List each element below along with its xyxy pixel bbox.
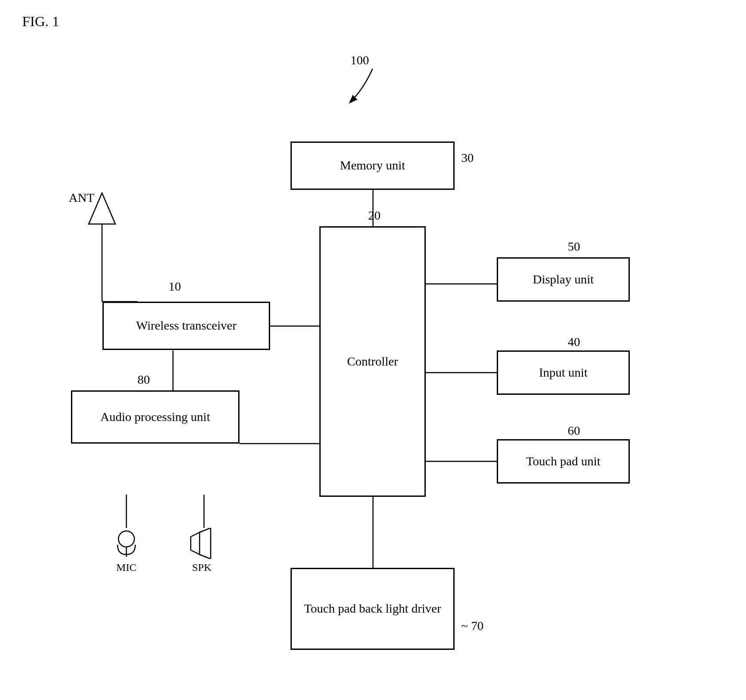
svg-line-18 xyxy=(200,554,211,559)
svg-line-17 xyxy=(200,528,211,532)
controller-ref: 20 xyxy=(368,208,381,223)
diagram-container: FIG. 1 10 xyxy=(0,0,746,700)
wireless-transceiver-box: Wireless transceiver xyxy=(102,302,270,350)
display-unit-ref: 50 xyxy=(568,240,580,254)
touch-backlight-driver-ref: ~ 70 xyxy=(461,619,483,633)
ant-label: ANT xyxy=(69,191,94,205)
touch-pad-unit-ref: 60 xyxy=(568,424,580,438)
touch-backlight-driver-box: Touch pad back light driver xyxy=(291,568,455,650)
memory-unit-ref: 30 xyxy=(461,151,474,165)
audio-processing-unit-ref: 80 xyxy=(137,373,150,387)
figure-label: FIG. 1 xyxy=(22,13,59,30)
touch-pad-unit-box: Touch pad unit xyxy=(497,439,630,484)
diagram-ref-label: 100 xyxy=(350,53,369,67)
audio-processing-unit-box: Audio processing unit xyxy=(71,390,240,444)
speaker-symbol: SPK xyxy=(186,528,217,574)
controller-box: Controller xyxy=(319,226,426,497)
input-unit-ref: 40 xyxy=(568,335,580,349)
display-unit-box: Display unit xyxy=(497,257,630,302)
svg-point-14 xyxy=(118,531,134,547)
svg-marker-16 xyxy=(191,532,200,554)
wireless-transceiver-ref: 10 xyxy=(169,279,181,294)
mic-symbol: MIC xyxy=(113,528,140,574)
memory-unit-box: Memory unit xyxy=(291,142,455,190)
input-unit-box: Input unit xyxy=(497,350,630,395)
